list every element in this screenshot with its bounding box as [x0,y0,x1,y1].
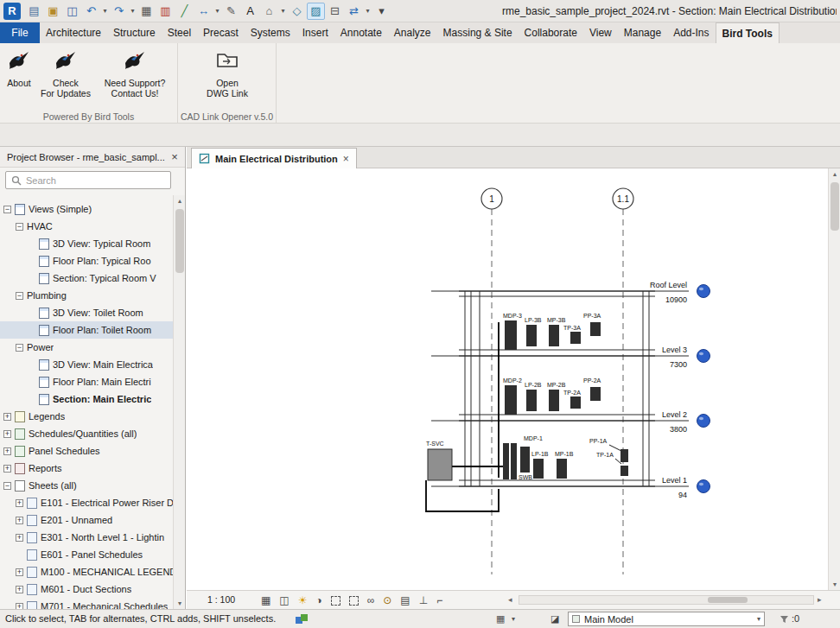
tree-item[interactable]: +M601 - Duct Sections [0,580,173,598]
measure-icon[interactable]: ╱ [175,3,194,20]
ribbon-tab-precast[interactable]: Precast [197,22,245,43]
ribbon-group-label-cad-link-opener[interactable]: CAD Link Opener v.5.0 [178,111,276,122]
thin-lines-icon[interactable]: ▨ [307,3,325,20]
temporary-hide-isolate-icon[interactable]: ∞ [367,593,375,608]
collapse-icon[interactable]: − [16,344,23,352]
dimension-icon-dropdown[interactable]: ▾ [213,7,221,15]
level-head-icon[interactable] [697,350,710,363]
undo-icon-dropdown[interactable]: ▾ [101,7,109,15]
tree-item[interactable]: +Legends [0,408,173,425]
tree-item[interactable]: −Power [0,339,173,356]
print-icon[interactable]: ▦ [137,3,156,20]
selection-filter-icon[interactable] [780,615,789,624]
ribbon-tab-annotate[interactable]: Annotate [334,22,388,43]
reveal-constraints-icon[interactable]: ⌐ [436,593,442,608]
level-roof[interactable]: Roof Level 10900 [431,281,710,304]
tree-item[interactable]: +Panel Schedules [0,442,173,460]
ribbon-tab-manage[interactable]: Manage [618,22,667,43]
project-browser-scrollbar[interactable] [173,195,185,609]
level-head-icon[interactable] [697,480,710,493]
equipment-mdp-1[interactable] [503,443,509,479]
tree-item[interactable]: Section: Main Electric [0,390,173,408]
crop-view-icon[interactable] [331,596,340,606]
customize-qat-icon[interactable]: ▾ [372,3,391,20]
equipment-tp-2a[interactable] [570,396,581,409]
equipment-mp-3b[interactable] [549,325,559,346]
drawing-vertical-scrollbar[interactable] [828,168,840,590]
check-for-updates-button[interactable]: Check For Updates [38,47,93,109]
level-3[interactable]: Level 3 7300 [431,346,710,369]
ribbon-tab-systems[interactable]: Systems [245,22,296,43]
tree-item[interactable]: +Reports [0,460,173,477]
expand-icon[interactable]: + [16,586,23,593]
equipment-pp-1a[interactable] [620,449,628,462]
ribbon-group-label-bird-tools[interactable]: Powered By Bird Tools [0,111,177,122]
tree-item[interactable]: −Views (Simple) [0,200,173,218]
ribbon-tab-analyze[interactable]: Analyze [388,22,437,43]
equipment-tp-1a[interactable] [620,466,628,476]
worksets-dropdown-icon[interactable] [512,615,515,623]
default-3d-view-icon[interactable]: ⌂ [260,3,278,20]
level-1[interactable]: Level 1 94 [431,476,710,499]
equipment-lp-1b[interactable] [533,459,544,479]
equipment-t-svc[interactable] [428,449,452,480]
expand-icon[interactable]: + [16,603,23,610]
drawing-canvas[interactable]: 1 1.1 Roof Level 10900 Level 3 7300 [187,168,828,590]
tree-item[interactable]: 3D View: Typical Room [0,235,173,252]
underground-service[interactable] [426,480,499,511]
collapse-icon[interactable]: − [3,482,11,490]
detail-level-icon[interactable]: ▦ [261,593,270,608]
show-crop-region-icon[interactable] [349,596,359,606]
collapse-icon[interactable]: − [16,292,23,300]
tree-item[interactable]: 3D View: Toilet Room [0,304,173,321]
tree-item[interactable]: Floor Plan: Main Electri [0,373,173,390]
tree-item[interactable]: +Schedules/Quantities (all) [0,425,173,442]
file-tab[interactable]: File [0,22,40,43]
equipment-pp-3a[interactable] [590,322,601,336]
scroll-down-icon[interactable] [829,580,840,588]
temporary-view-properties-icon[interactable]: ▤ [400,593,410,608]
reveal-hidden-elements-icon[interactable]: ⊙ [383,593,391,608]
scroll-right-icon[interactable] [818,595,822,604]
hide-analytical-model-icon[interactable]: ⊥ [419,593,428,608]
drawing-horizontal-scrollbar[interactable] [519,595,814,605]
scroll-up-icon[interactable] [829,170,840,178]
expand-icon[interactable]: + [16,534,23,542]
ribbon-tab-add-ins[interactable]: Add-Ins [667,22,715,43]
equipment-tp-3a[interactable] [570,332,581,344]
file-cabinet-icon[interactable]: ▤ [25,3,43,20]
scroll-down-icon[interactable] [174,599,186,607]
revit-logo[interactable]: R [3,3,21,20]
tree-item[interactable]: Section: Typical Room V [0,270,173,287]
shadows-icon[interactable]: ◑ [315,593,321,608]
tag-icon[interactable]: ✎ [222,3,240,20]
project-browser-header[interactable]: Project Browser - rme_basic_sampl... [0,147,185,168]
scrollbar-thumb[interactable] [175,209,184,273]
ribbon-tab-view[interactable]: View [583,22,618,43]
equipment-swb[interactable] [520,447,530,473]
design-options-icon[interactable] [550,613,559,625]
close-hidden-windows-icon[interactable]: ⊟ [326,3,344,20]
about-button[interactable]: About [2,47,36,109]
expand-icon[interactable]: + [16,499,23,507]
sun-path-icon[interactable]: ☀ [298,593,308,608]
ribbon-tab-collaborate[interactable]: Collaborate [519,22,583,43]
tree-item[interactable]: Floor Plan: Typical Roo [0,252,173,270]
redo-icon-dropdown[interactable]: ▾ [129,7,137,15]
expand-icon[interactable]: + [3,430,11,438]
collapse-icon[interactable]: − [3,206,11,213]
ribbon-tab-steel[interactable]: Steel [162,22,197,43]
equipment-pp-2a[interactable] [590,387,601,401]
undo-icon[interactable]: ↶ [82,3,100,20]
expand-icon[interactable]: + [16,568,23,576]
level-2[interactable]: Level 2 3800 [431,410,710,434]
equipment-mdp-3[interactable] [505,320,517,350]
equipment-lp-3b[interactable] [526,325,537,346]
section-icon[interactable]: ◇ [288,3,306,20]
tree-item[interactable]: +M701 - Mechanical Schedules [0,598,173,609]
scroll-up-icon[interactable] [174,197,186,205]
equipment-mp-1b[interactable] [557,459,567,479]
open-folder-icon[interactable]: ▣ [44,3,62,20]
close-project-browser-button[interactable] [168,147,181,168]
ribbon-tab-structure[interactable]: Structure [107,22,162,43]
